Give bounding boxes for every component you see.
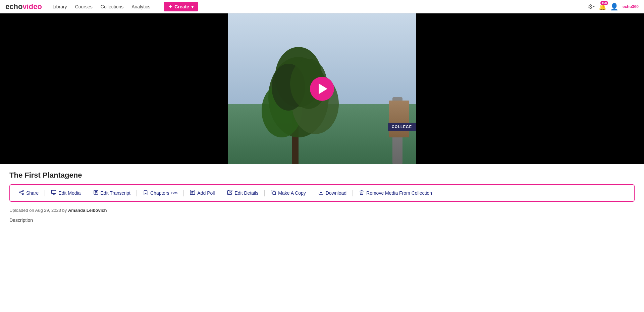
notification-bell[interactable]: 🔔 158 — [599, 3, 606, 10]
make-copy-action[interactable]: Make A Copy — [267, 188, 309, 198]
chapters-action[interactable]: ChaptersBeta — [140, 188, 181, 198]
divider — [45, 190, 45, 196]
play-icon — [319, 83, 327, 94]
svg-point-7 — [22, 190, 23, 191]
pencil-icon — [227, 190, 232, 196]
actions-bar: Share Edit Media Edit Transcript Chapter… — [9, 184, 635, 202]
content-area: The First Plantagene Share Edit Media Ed… — [0, 164, 644, 223]
edit-details-action[interactable]: Edit Details — [224, 188, 262, 198]
create-button[interactable]: ✦ Create ▾ — [164, 2, 198, 11]
divider — [221, 190, 221, 196]
svg-line-11 — [21, 191, 22, 192]
nav-courses[interactable]: Courses — [75, 4, 93, 9]
header-right: ⚙▾ 🔔 158 👤 echo360 — [588, 3, 639, 11]
nav-analytics[interactable]: Analytics — [131, 4, 150, 9]
uploader-name: Amanda Leibovich — [68, 208, 107, 213]
settings-icon[interactable]: ⚙▾ — [588, 3, 595, 10]
edit-media-action[interactable]: Edit Media — [48, 188, 84, 198]
divider — [353, 190, 353, 196]
nav-library[interactable]: Library — [53, 4, 67, 9]
upload-info: Uploaded on Aug 29, 2023 by Amanda Leibo… — [9, 208, 635, 213]
college-banner: COLLEGE — [388, 123, 416, 131]
create-chevron-icon: ▾ — [191, 4, 194, 9]
divider — [137, 190, 137, 196]
create-icon: ✦ — [168, 4, 172, 9]
download-action[interactable]: Download — [315, 188, 350, 198]
logo[interactable]: echovideo — [5, 2, 42, 11]
edit-media-icon — [51, 190, 56, 196]
video-left-panel — [0, 13, 228, 164]
svg-rect-12 — [52, 190, 56, 193]
svg-point-9 — [22, 193, 23, 195]
trash-icon — [359, 190, 364, 196]
nav-collections[interactable]: Collections — [101, 4, 123, 9]
divider — [183, 190, 184, 196]
svg-point-8 — [19, 192, 21, 193]
video-right-panel — [416, 13, 644, 164]
edit-transcript-action[interactable]: Edit Transcript — [90, 188, 134, 198]
add-poll-action[interactable]: Add Poll — [186, 188, 218, 198]
main-nav: Library Courses Collections Analytics ✦ … — [53, 2, 198, 11]
logo-video: video — [22, 2, 42, 11]
chapters-icon — [143, 190, 148, 196]
svg-line-10 — [21, 193, 22, 194]
share-action[interactable]: Share — [15, 188, 42, 198]
tree-decoration — [255, 37, 342, 164]
description-label: Description — [9, 217, 635, 223]
divider — [264, 190, 265, 196]
video-player[interactable]: COLLEGE — [0, 13, 644, 164]
echo-label: echo360 — [623, 4, 639, 9]
figure-decoration — [389, 101, 409, 137]
svg-rect-18 — [273, 192, 276, 195]
video-title: The First Plantagene — [9, 171, 635, 180]
transcript-icon — [93, 190, 99, 196]
notification-count: 158 — [600, 1, 608, 5]
play-button[interactable] — [310, 77, 334, 101]
logo-echo: echo — [5, 2, 22, 11]
beta-badge: Beta — [171, 191, 178, 195]
remove-action[interactable]: Remove Media From Collection — [356, 188, 435, 198]
divider — [87, 190, 87, 196]
user-icon[interactable]: 👤 — [610, 3, 619, 11]
copy-icon — [271, 190, 276, 196]
download-icon — [318, 190, 324, 196]
divider — [312, 190, 312, 196]
poll-icon — [190, 190, 195, 196]
header: echovideo Library Courses Collections An… — [0, 0, 644, 13]
share-icon — [19, 190, 24, 196]
